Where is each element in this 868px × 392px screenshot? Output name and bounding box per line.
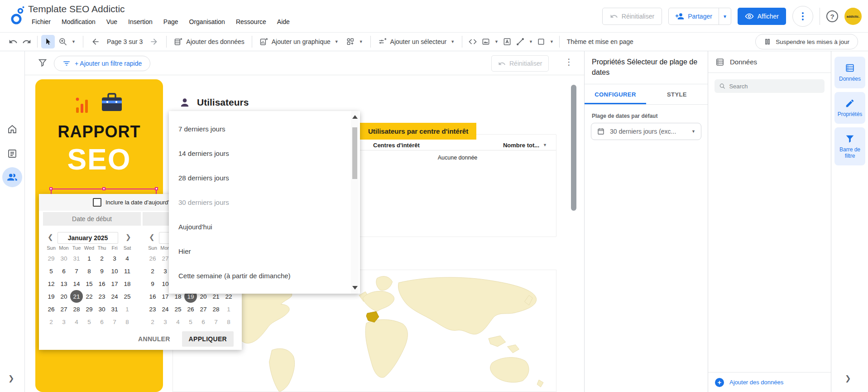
dropdown-scrollbar[interactable] — [351, 111, 359, 294]
report-nav-button[interactable] — [7, 148, 18, 161]
add-data-source-button[interactable]: Ajouter des données — [729, 379, 783, 386]
calendar-day[interactable]: 27 — [197, 303, 210, 315]
scrollbar-thumb[interactable] — [352, 127, 357, 179]
calendar-day[interactable]: 14 — [70, 277, 83, 290]
calendar-day[interactable]: 19 — [45, 290, 58, 303]
calendar-day[interactable]: 23 — [146, 303, 159, 315]
cancel-button[interactable]: ANNULER — [138, 335, 170, 343]
calendar-day[interactable]: 5 — [184, 315, 197, 328]
calendar-day[interactable]: 4 — [172, 315, 184, 328]
month1-label[interactable]: January 2025 — [58, 232, 118, 244]
pause-updates-button[interactable]: Suspendre les mises à jour — [755, 34, 858, 49]
menu-item[interactable]: Insertion — [123, 16, 158, 27]
calendar-day[interactable]: 25 — [121, 290, 134, 303]
calendar-day[interactable]: 28 — [210, 303, 222, 315]
calendar-day[interactable]: 17 — [108, 277, 121, 290]
calendar-day[interactable]: 6 — [58, 265, 70, 277]
field-search-box[interactable] — [715, 79, 825, 93]
calendar-day[interactable]: 26 — [184, 303, 197, 315]
menu-item[interactable]: Organisation — [184, 16, 230, 27]
calendar-day[interactable]: 8 — [222, 315, 235, 328]
calendar-day[interactable]: 28 — [70, 303, 83, 315]
calendar-day[interactable]: 8 — [121, 315, 134, 328]
calendar-day[interactable]: 4 — [121, 252, 134, 265]
calendar-day[interactable]: 18 — [121, 277, 134, 290]
calendar-day[interactable]: 2 — [96, 252, 108, 265]
calendar-day[interactable]: 5 — [83, 315, 96, 328]
interest-table-card[interactable]: Centres d'intérêt Nombre tot... ▼ Aucune… — [359, 134, 556, 237]
calendar-day[interactable]: 1 — [83, 252, 96, 265]
share-dropdown-caret[interactable]: ▼ — [719, 8, 731, 24]
insert-line-button[interactable]: ▼ — [514, 35, 535, 48]
next-month-button[interactable]: ❯ — [125, 233, 131, 241]
audience-nav-button-active[interactable] — [2, 167, 22, 187]
redo-button[interactable] — [20, 35, 34, 48]
calendar-day[interactable]: 3 — [108, 252, 121, 265]
reset-button[interactable]: Réinitialiser — [602, 8, 662, 25]
rail-collapse-chevron[interactable]: ❯ — [845, 374, 851, 382]
menu-item[interactable]: Page — [158, 16, 184, 27]
calendar-day[interactable]: 2 — [45, 315, 58, 328]
calendar-day[interactable]: 30 — [96, 303, 108, 315]
theme-layout-button[interactable]: Thème et mise en page — [563, 35, 637, 48]
calendar-day[interactable]: 26 — [146, 252, 159, 265]
select-tool-button[interactable] — [41, 35, 55, 48]
date-preset-option[interactable]: Cette semaine (à partir de dimanche) — [169, 263, 350, 288]
sidebar-expand-chevron[interactable]: ❯ — [8, 374, 14, 382]
field-search-input[interactable] — [729, 83, 820, 90]
calendar-day[interactable]: 4 — [70, 315, 83, 328]
menu-item[interactable]: Ressource — [230, 16, 272, 27]
calendar-day[interactable]: 7 — [70, 265, 83, 277]
tab-configure[interactable]: CONFIGURER — [585, 84, 646, 104]
scroll-up-arrow-icon[interactable] — [352, 115, 358, 119]
date-preset-option[interactable]: 14 derniers jours — [169, 141, 350, 165]
interest-column-dimension[interactable]: Centres d'intérêt — [373, 142, 420, 149]
previous-month-button[interactable]: ❮ — [149, 233, 155, 241]
share-button[interactable]: Partager — [669, 8, 719, 24]
calendar-day[interactable]: 23 — [96, 290, 108, 303]
calendar-day[interactable]: 31 — [70, 252, 83, 265]
filter-bar-more-button[interactable]: ⋮ — [565, 57, 573, 67]
add-chart-button[interactable]: Ajouter un graphique ▼ — [256, 35, 342, 48]
home-nav-button[interactable] — [7, 124, 18, 136]
calendar-day[interactable]: 2 — [146, 315, 159, 328]
add-control-button[interactable]: Ajouter un sélecteur ▼ — [374, 35, 458, 48]
calendar-day[interactable]: 2 — [146, 265, 159, 277]
calendar-day[interactable]: 31 — [108, 303, 121, 315]
looker-studio-logo-icon[interactable] — [10, 5, 25, 28]
date-preset-option[interactable]: Hier — [169, 239, 350, 263]
calendar-day[interactable]: 25 — [172, 303, 184, 315]
calendar-day[interactable]: 9 — [146, 277, 159, 290]
calendar-day[interactable]: 27 — [58, 303, 70, 315]
insert-text-button[interactable] — [500, 35, 514, 48]
filter-reset-button[interactable]: Réinitialiser — [491, 55, 549, 72]
calendar-day[interactable]: 29 — [45, 252, 58, 265]
previous-page-button[interactable] — [89, 35, 102, 48]
calendar-day[interactable]: 9 — [96, 265, 108, 277]
calendar-day[interactable]: 16 — [146, 290, 159, 303]
calendar-day[interactable]: 24 — [108, 290, 121, 303]
next-page-button[interactable] — [147, 35, 161, 48]
calendar-day[interactable]: 26 — [45, 303, 58, 315]
report-title[interactable]: Template SEO Addictic — [28, 4, 125, 15]
include-today-checkbox[interactable] — [93, 198, 101, 207]
insert-image-button[interactable]: ▼ — [480, 35, 500, 48]
rail-data-button[interactable]: Données — [834, 57, 865, 88]
report-canvas[interactable]: + Ajouter un filtre rapide Réinitialiser… — [25, 51, 584, 392]
calendar-day[interactable]: 8 — [83, 265, 96, 277]
undo-button[interactable] — [6, 35, 20, 48]
calendar-day[interactable]: 13 — [58, 277, 70, 290]
calendar-day[interactable]: 3 — [159, 315, 172, 328]
calendar-day[interactable]: 6 — [197, 315, 210, 328]
calendar-day[interactable]: 3 — [58, 315, 70, 328]
calendar-day[interactable]: 1 — [121, 303, 134, 315]
date-preset-option[interactable]: Aujourd'hui — [169, 214, 350, 239]
selection-handle[interactable] — [102, 187, 106, 190]
calendar-day[interactable]: 10 — [108, 265, 121, 277]
menu-item[interactable]: Vue — [101, 16, 123, 27]
default-date-range-select[interactable]: 30 derniers jours (exc... ▼ — [591, 123, 701, 140]
community-visualizations-button[interactable]: ▼ — [342, 35, 367, 48]
menu-item[interactable]: Aide — [272, 16, 295, 27]
start-date-tab[interactable]: Date de début — [43, 212, 141, 226]
calendar-day[interactable]: 22 — [83, 290, 96, 303]
